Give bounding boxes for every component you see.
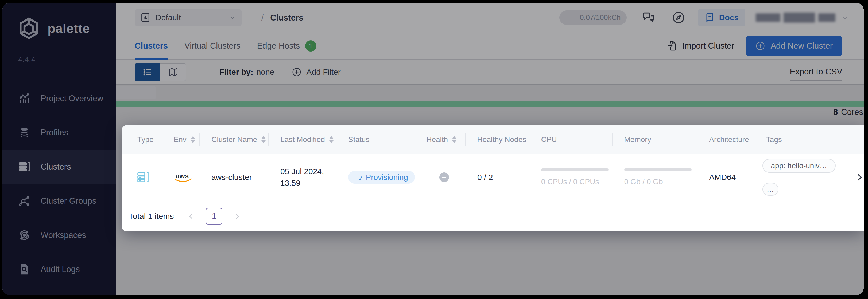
breadcrumb-separator: / — [261, 12, 264, 23]
tab-edge-hosts[interactable]: Edge Hosts 1 — [257, 33, 316, 59]
memory-meter — [624, 168, 692, 171]
column-header-last-modified[interactable]: Last Modified — [269, 126, 337, 154]
cluster-name: aws-cluster — [211, 173, 252, 182]
toolbar-divider — [203, 65, 203, 79]
project-scope-icon — [140, 12, 151, 23]
import-cluster-button[interactable]: Import Cluster — [667, 41, 734, 51]
top-bar: Default / Clusters 0.07/100kCh — [116, 3, 864, 33]
column-header-status: Status — [337, 126, 414, 154]
sort-arrows-icon[interactable] — [329, 136, 334, 143]
sidebar-nav: Project Overview Profiles Cluste — [2, 81, 116, 295]
healthy-nodes-value: 0 / 2 — [477, 173, 493, 182]
map-view-button[interactable] — [160, 63, 186, 81]
column-label: Health — [426, 135, 448, 144]
sort-arrows-icon[interactable] — [191, 136, 195, 143]
cell-cluster-name[interactable]: aws-cluster — [199, 173, 269, 182]
brand-name: palette — [48, 21, 90, 36]
tab-clusters[interactable]: Clusters — [135, 33, 168, 59]
column-header-healthy-nodes: Healthy Nodes — [466, 126, 529, 154]
table-footer: Total 1 items 1 — [122, 201, 864, 231]
sort-arrows-icon[interactable] — [452, 136, 457, 143]
brand: palette — [2, 3, 116, 40]
plus-circle-icon — [755, 41, 765, 51]
user-menu[interactable] — [756, 12, 835, 23]
page-number-button[interactable]: 1 — [206, 208, 222, 225]
list-view-button[interactable] — [135, 63, 160, 81]
sort-arrows-icon[interactable] — [261, 136, 266, 143]
column-header-health[interactable]: Health — [414, 126, 465, 154]
cell-type — [122, 171, 162, 184]
tag-chip[interactable]: app: hello-univ… — [763, 159, 836, 173]
cell-row-expand[interactable] — [843, 173, 864, 182]
total-items-label: Total 1 items — [129, 212, 174, 221]
add-new-cluster-label: Add New Cluster — [771, 41, 833, 51]
cpu-meter — [541, 168, 609, 171]
cell-architecture: AMD64 — [697, 173, 754, 182]
compass-icon[interactable] — [672, 11, 685, 25]
sidebar-item-label: Project Overview — [41, 94, 103, 103]
breadcrumb: / Clusters — [261, 12, 303, 23]
project-selector[interactable]: Default — [135, 9, 242, 26]
sidebar-item-label: Clusters — [41, 162, 71, 172]
cell-cpu: 0 CPUs / 0 CPUs — [529, 168, 613, 186]
sidebar-item-audit-logs[interactable]: Audit Logs — [2, 252, 116, 287]
column-label: Memory — [624, 135, 651, 144]
add-filter-label: Add Filter — [306, 68, 340, 77]
palette-logo-icon — [17, 16, 41, 40]
column-header-env[interactable]: Env — [162, 126, 200, 154]
tab-label: Clusters — [135, 41, 168, 51]
cell-memory: 0 Gb / 0 Gb — [613, 168, 698, 186]
sidebar-item-label: Cluster Groups — [41, 196, 96, 206]
status-badge: Provisioning — [348, 171, 415, 184]
capacity-bar — [116, 101, 864, 106]
column-header-cluster-name[interactable]: Cluster Name — [199, 126, 269, 154]
list-view-icon — [143, 67, 153, 77]
previous-page-icon[interactable] — [187, 212, 195, 220]
capacity-cores: 8 Cores — [116, 106, 864, 118]
add-new-cluster-button[interactable]: Add New Cluster — [746, 36, 842, 56]
cluster-actions: Import Cluster Add New Cluster — [667, 36, 842, 56]
more-tags-chip[interactable]: … — [763, 183, 778, 196]
sidebar-item-workspaces[interactable]: Workspaces — [2, 218, 116, 252]
top-bar-right: 0.07/100kCh Docs — [559, 9, 849, 26]
cell-tags: app: hello-univ… … — [754, 159, 843, 196]
table-row[interactable]: aws aws-cluster 05 Jul 2024, 13:59 — [122, 154, 864, 201]
cores-label: Cores — [841, 107, 863, 117]
usage-badge: 0.07/100kCh — [559, 10, 627, 25]
cluster-type-icon — [137, 171, 150, 184]
tab-virtual-clusters[interactable]: Virtual Clusters — [184, 33, 241, 59]
column-label: Cluster Name — [211, 135, 257, 144]
chat-icon[interactable] — [642, 11, 655, 25]
main-content: Default / Clusters 0.07/100kCh — [116, 3, 864, 295]
sidebar-item-cluster-groups[interactable]: Cluster Groups — [2, 184, 116, 218]
sidebar-item-label: Audit Logs — [41, 265, 80, 274]
filter-by: Filter by:none — [219, 68, 274, 77]
collapsed-panel-stub — [116, 86, 156, 99]
add-filter-button[interactable]: Add Filter — [292, 67, 340, 77]
user-chevron-down-icon[interactable] — [841, 14, 849, 21]
column-header-actions — [843, 126, 864, 154]
sidebar-item-clusters[interactable]: Clusters — [2, 150, 116, 184]
cell-healthy-nodes: 0 / 2 — [466, 173, 529, 182]
cell-env: aws — [162, 171, 199, 184]
column-label: Env — [174, 135, 187, 144]
plus-circle-icon — [292, 67, 302, 77]
filter-by-label: Filter by: — [219, 68, 253, 76]
column-label: Architecture — [709, 135, 749, 144]
tab-label: Virtual Clusters — [184, 41, 241, 51]
column-header-memory: Memory — [613, 126, 698, 154]
content-gap — [116, 85, 864, 101]
app-version: 4.4.4 — [2, 40, 116, 64]
table-header: Type Env Cluster Name Last Modified Stat… — [122, 126, 864, 154]
export-to-csv-button[interactable]: Export to CSV — [790, 67, 842, 81]
cell-health — [415, 172, 466, 182]
sidebar-item-project-overview[interactable]: Project Overview — [2, 81, 116, 115]
docs-button[interactable]: Docs — [698, 9, 745, 26]
book-icon — [705, 12, 715, 23]
sidebar-item-project-settings[interactable]: Project Settings — [2, 287, 116, 295]
cpu-usage-label: 0 CPUs / 0 CPUs — [541, 177, 599, 186]
breadcrumb-current: Clusters — [270, 13, 303, 23]
next-page-icon[interactable] — [233, 212, 241, 220]
column-label: Type — [137, 135, 154, 144]
sidebar-item-profiles[interactable]: Profiles — [2, 115, 116, 150]
